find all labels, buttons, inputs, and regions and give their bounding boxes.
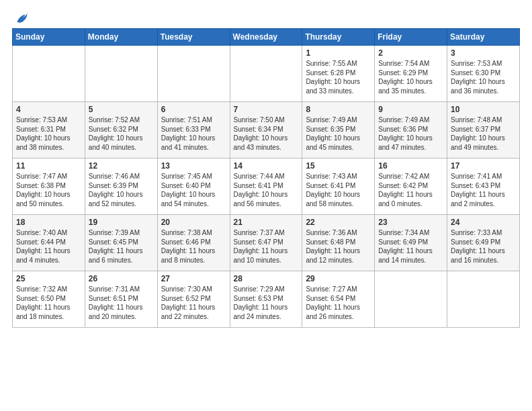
calendar-cell: 29Sunrise: 7:27 AMSunset: 6:54 PMDayligh… <box>302 271 375 328</box>
cell-info: Sunrise: 7:41 AMSunset: 6:43 PMDaylight:… <box>451 172 517 208</box>
calendar-cell: 10Sunrise: 7:48 AMSunset: 6:37 PMDayligh… <box>447 102 520 158</box>
logo-area <box>12 12 30 21</box>
header-day-monday: Monday <box>85 29 157 46</box>
calendar-cell: 6Sunrise: 7:51 AMSunset: 6:33 PMDaylight… <box>157 102 230 158</box>
day-number: 9 <box>378 105 444 114</box>
day-number: 2 <box>378 48 444 58</box>
calendar-cell: 2Sunrise: 7:54 AMSunset: 6:29 PMDaylight… <box>375 46 447 102</box>
week-row-3: 18Sunrise: 7:40 AMSunset: 6:44 PMDayligh… <box>13 215 520 271</box>
calendar-cell: 7Sunrise: 7:50 AMSunset: 6:34 PMDaylight… <box>230 102 302 158</box>
cell-info: Sunrise: 7:51 AMSunset: 6:33 PMDaylight:… <box>161 116 227 152</box>
cell-info: Sunrise: 7:42 AMSunset: 6:42 PMDaylight:… <box>378 172 444 208</box>
calendar-cell: 15Sunrise: 7:43 AMSunset: 6:41 PMDayligh… <box>302 158 375 215</box>
calendar-cell: 5Sunrise: 7:52 AMSunset: 6:32 PMDaylight… <box>85 102 157 158</box>
calendar-cell: 23Sunrise: 7:34 AMSunset: 6:49 PMDayligh… <box>375 215 447 271</box>
calendar-cell: 4Sunrise: 7:53 AMSunset: 6:31 PMDaylight… <box>13 102 85 158</box>
calendar-cell <box>13 46 85 102</box>
day-number: 22 <box>306 218 371 227</box>
cell-info: Sunrise: 7:49 AMSunset: 6:35 PMDaylight:… <box>306 116 371 152</box>
day-number: 8 <box>306 105 371 114</box>
week-row-4: 25Sunrise: 7:32 AMSunset: 6:50 PMDayligh… <box>13 271 520 328</box>
header-day-tuesday: Tuesday <box>157 29 230 46</box>
calendar-cell: 1Sunrise: 7:55 AMSunset: 6:28 PMDaylight… <box>302 46 375 102</box>
day-number: 13 <box>161 161 227 171</box>
day-number: 5 <box>89 105 154 114</box>
calendar-cell: 20Sunrise: 7:38 AMSunset: 6:46 PMDayligh… <box>157 215 230 271</box>
day-number: 20 <box>161 218 227 227</box>
day-number: 3 <box>451 48 517 58</box>
calendar-cell: 17Sunrise: 7:41 AMSunset: 6:43 PMDayligh… <box>447 158 520 215</box>
cell-info: Sunrise: 7:40 AMSunset: 6:44 PMDaylight:… <box>16 228 82 265</box>
header-day-friday: Friday <box>375 29 447 46</box>
calendar-cell: 25Sunrise: 7:32 AMSunset: 6:50 PMDayligh… <box>13 271 85 328</box>
cell-info: Sunrise: 7:37 AMSunset: 6:47 PMDaylight:… <box>234 228 300 265</box>
calendar-cell: 9Sunrise: 7:49 AMSunset: 6:36 PMDaylight… <box>375 102 447 158</box>
cell-info: Sunrise: 7:38 AMSunset: 6:46 PMDaylight:… <box>161 228 227 265</box>
day-number: 12 <box>89 161 154 171</box>
calendar-cell: 19Sunrise: 7:39 AMSunset: 6:45 PMDayligh… <box>85 215 157 271</box>
day-number: 27 <box>161 274 227 283</box>
header-day-thursday: Thursday <box>302 29 375 46</box>
cell-info: Sunrise: 7:31 AMSunset: 6:51 PMDaylight:… <box>89 285 154 321</box>
calendar-cell: 27Sunrise: 7:30 AMSunset: 6:52 PMDayligh… <box>157 271 230 328</box>
cell-info: Sunrise: 7:53 AMSunset: 6:31 PMDaylight:… <box>16 116 82 152</box>
day-number: 18 <box>16 218 82 227</box>
logo <box>12 12 30 24</box>
cell-info: Sunrise: 7:46 AMSunset: 6:39 PMDaylight:… <box>89 172 154 208</box>
calendar-cell: 16Sunrise: 7:42 AMSunset: 6:42 PMDayligh… <box>375 158 447 215</box>
calendar-cell: 28Sunrise: 7:29 AMSunset: 6:53 PMDayligh… <box>230 271 302 328</box>
day-number: 15 <box>306 161 371 171</box>
calendar-cell <box>447 271 520 328</box>
calendar-cell: 14Sunrise: 7:44 AMSunset: 6:41 PMDayligh… <box>230 158 302 215</box>
cell-info: Sunrise: 7:39 AMSunset: 6:45 PMDaylight:… <box>89 228 154 265</box>
cell-info: Sunrise: 7:45 AMSunset: 6:40 PMDaylight:… <box>161 172 227 208</box>
calendar-cell: 12Sunrise: 7:46 AMSunset: 6:39 PMDayligh… <box>85 158 157 215</box>
cell-info: Sunrise: 7:52 AMSunset: 6:32 PMDaylight:… <box>89 116 154 152</box>
week-row-0: 1Sunrise: 7:55 AMSunset: 6:28 PMDaylight… <box>13 46 520 102</box>
day-number: 23 <box>378 218 444 227</box>
day-number: 17 <box>451 161 517 171</box>
cell-info: Sunrise: 7:48 AMSunset: 6:37 PMDaylight:… <box>451 116 517 152</box>
cell-info: Sunrise: 7:43 AMSunset: 6:41 PMDaylight:… <box>306 172 371 208</box>
day-number: 10 <box>451 105 517 114</box>
calendar-cell: 13Sunrise: 7:45 AMSunset: 6:40 PMDayligh… <box>157 158 230 215</box>
day-number: 6 <box>161 105 227 114</box>
day-number: 1 <box>306 48 371 58</box>
calendar-cell: 21Sunrise: 7:37 AMSunset: 6:47 PMDayligh… <box>230 215 302 271</box>
calendar-cell: 24Sunrise: 7:33 AMSunset: 6:49 PMDayligh… <box>447 215 520 271</box>
logo-bird-icon <box>15 12 30 24</box>
cell-info: Sunrise: 7:32 AMSunset: 6:50 PMDaylight:… <box>16 285 82 321</box>
cell-info: Sunrise: 7:30 AMSunset: 6:52 PMDaylight:… <box>161 285 227 321</box>
calendar-cell <box>85 46 157 102</box>
week-row-1: 4Sunrise: 7:53 AMSunset: 6:31 PMDaylight… <box>13 102 520 158</box>
day-number: 16 <box>378 161 444 171</box>
calendar-table: SundayMondayTuesdayWednesdayThursdayFrid… <box>12 28 520 328</box>
header-day-sunday: Sunday <box>13 29 85 46</box>
cell-info: Sunrise: 7:29 AMSunset: 6:53 PMDaylight:… <box>234 285 300 321</box>
calendar-cell <box>157 46 230 102</box>
day-number: 24 <box>451 218 517 227</box>
day-number: 21 <box>234 218 300 227</box>
calendar-cell: 8Sunrise: 7:49 AMSunset: 6:35 PMDaylight… <box>302 102 375 158</box>
header <box>12 12 520 21</box>
day-number: 4 <box>16 105 82 114</box>
cell-info: Sunrise: 7:33 AMSunset: 6:49 PMDaylight:… <box>451 228 517 265</box>
day-number: 28 <box>234 274 300 283</box>
day-number: 14 <box>234 161 300 171</box>
cell-info: Sunrise: 7:53 AMSunset: 6:30 PMDaylight:… <box>451 59 517 95</box>
calendar-cell <box>230 46 302 102</box>
cell-info: Sunrise: 7:55 AMSunset: 6:28 PMDaylight:… <box>306 59 371 95</box>
header-row: SundayMondayTuesdayWednesdayThursdayFrid… <box>13 29 520 46</box>
cell-info: Sunrise: 7:54 AMSunset: 6:29 PMDaylight:… <box>378 59 444 95</box>
calendar-cell <box>375 271 447 328</box>
calendar-cell: 3Sunrise: 7:53 AMSunset: 6:30 PMDaylight… <box>447 46 520 102</box>
cell-info: Sunrise: 7:27 AMSunset: 6:54 PMDaylight:… <box>306 285 371 321</box>
cell-info: Sunrise: 7:36 AMSunset: 6:48 PMDaylight:… <box>306 228 371 265</box>
day-number: 25 <box>16 274 82 283</box>
cell-info: Sunrise: 7:47 AMSunset: 6:38 PMDaylight:… <box>16 172 82 208</box>
cell-info: Sunrise: 7:34 AMSunset: 6:49 PMDaylight:… <box>378 228 444 265</box>
day-number: 29 <box>306 274 371 283</box>
cell-info: Sunrise: 7:44 AMSunset: 6:41 PMDaylight:… <box>234 172 300 208</box>
cell-info: Sunrise: 7:50 AMSunset: 6:34 PMDaylight:… <box>234 116 300 152</box>
header-day-wednesday: Wednesday <box>230 29 302 46</box>
